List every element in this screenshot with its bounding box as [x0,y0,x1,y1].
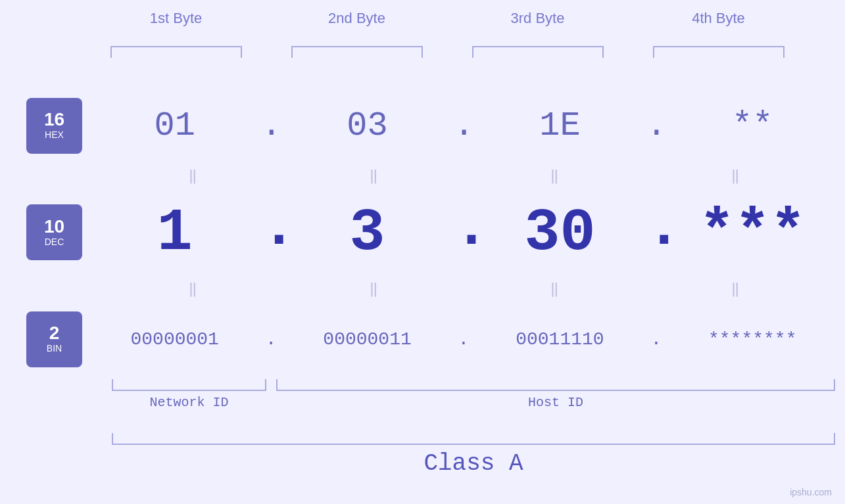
bin-badge-label: BIN [47,342,62,354]
hex-b3-cell: 1E [487,106,632,145]
bin-dot1: . [261,329,281,350]
bin-dot3: . [646,329,666,350]
host-id-label: Host ID [276,395,835,410]
dec-badge: 10 DEC [26,204,82,260]
main-container: 1st Byte 2nd Byte 3rd Byte 4th Byte 16 H… [0,0,845,504]
bin-b1-value: 00000001 [130,329,218,350]
bracket-byte2 [291,46,423,58]
bin-b2-cell: 00000011 [295,329,440,350]
dec-dot2: . [454,198,473,263]
top-brackets [85,46,809,72]
hex-badge-num: 16 [44,110,64,129]
eq3: ‖ [483,167,628,185]
class-bracket [112,433,835,445]
hex-b2-cell: 03 [295,106,440,145]
eq5: ‖ [122,280,266,298]
eq-signs-2: ‖ ‖ ‖ ‖ [104,280,827,298]
byte2-label: 2nd Byte [285,10,429,41]
eq2: ‖ [302,167,447,185]
hex-dot3: . [646,106,666,145]
dec-badge-label: DEC [45,236,64,248]
bin-values: 00000001 . 00000011 . 00011110 . *******… [82,329,845,350]
class-label: Class A [112,450,835,477]
hex-dot2: . [454,106,473,145]
host-bracket [276,379,835,391]
bracket-byte3 [472,46,604,58]
hex-b4-value: ** [732,106,773,145]
bin-dot2: . [454,329,473,350]
hex-row: 16 HEX 01 . 03 . 1E . ** [0,91,845,160]
network-id-label: Network ID [112,395,266,410]
dec-values: 1 . 3 . 30 . *** [82,198,845,266]
bracket-byte1 [110,46,242,58]
bin-badge-num: 2 [49,324,60,342]
hex-badge: 16 HEX [26,98,82,154]
bottom-brackets-section: Network ID Host ID [112,379,835,424]
dec-b2-value: 3 [350,200,385,267]
bin-b3-value: 00011110 [516,329,604,350]
dec-b3-value: 30 [524,200,595,267]
hex-dot1: . [261,106,281,145]
bin-b4-value: ******** [708,329,796,350]
eq4: ‖ [664,167,809,185]
eq-signs-1: ‖ ‖ ‖ ‖ [104,167,827,185]
dec-badge-num: 10 [44,218,64,236]
network-bracket [112,379,266,391]
hex-b4-cell: ** [680,106,825,145]
hex-b1-cell: 01 [103,106,247,145]
dec-row: 10 DEC 1 . 3 . 30 . *** [0,192,845,273]
bin-b1-cell: 00000001 [103,329,247,350]
dec-b1-cell: 1 [103,204,247,263]
eq-row-1: ‖ ‖ ‖ ‖ [0,160,845,192]
dec-dot1: . [261,198,281,263]
dec-b4-cell: *** [680,204,825,263]
eq8: ‖ [664,280,809,298]
dec-b3-cell: 30 [487,204,632,263]
hex-values: 01 . 03 . 1E . ** [82,106,845,145]
class-section: Class A [112,433,835,491]
bin-badge: 2 BIN [26,311,82,367]
eq1: ‖ [122,167,266,185]
hex-b2-value: 03 [347,106,387,145]
bin-row: 2 BIN 00000001 . 00000011 . 00011110 . *… [0,304,845,374]
byte3-label: 3rd Byte [466,10,610,41]
byte4-label: 4th Byte [646,10,791,41]
dec-b4-value: *** [699,200,806,267]
hex-b1-value: 01 [154,106,195,145]
bin-b3-cell: 00011110 [487,329,632,350]
hex-b3-value: 1E [539,106,580,145]
dec-b2-cell: 3 [295,204,440,263]
eq6: ‖ [302,280,447,298]
dec-b1-value: 1 [157,200,193,267]
hex-badge-label: HEX [45,129,64,141]
bracket-byte4 [653,46,785,58]
bottom-bracket-labels: Network ID Host ID [112,395,835,410]
eq7: ‖ [483,280,628,298]
bottom-bracket-lines [112,379,835,391]
bin-b4-cell: ******** [680,329,825,350]
watermark: ipshu.com [790,487,832,497]
bin-b2-value: 00000011 [323,329,411,350]
eq-row-2: ‖ ‖ ‖ ‖ [0,273,845,304]
dec-dot3: . [646,198,666,263]
byte-labels-row: 1st Byte 2nd Byte 3rd Byte 4th Byte [85,10,809,41]
byte1-label: 1st Byte [104,10,249,41]
